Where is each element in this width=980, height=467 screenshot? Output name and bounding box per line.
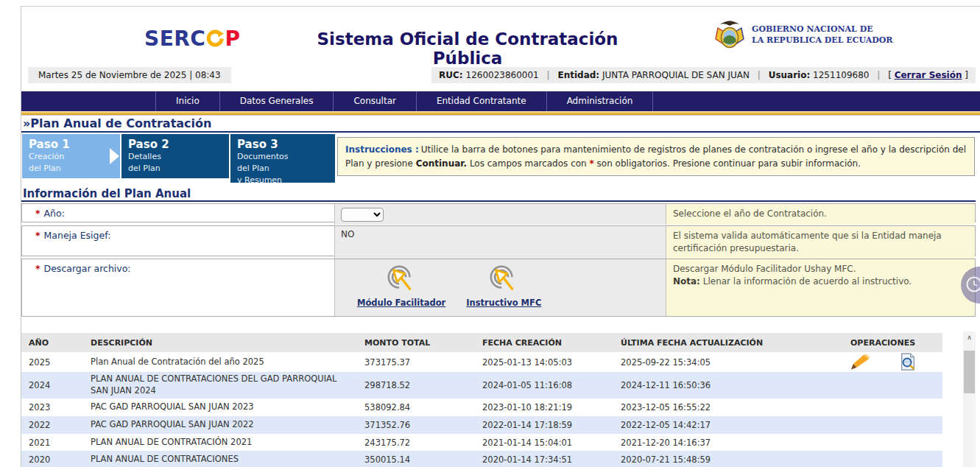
logout-link[interactable]: Cerrar Sesión — [895, 70, 962, 80]
step-1-creacion[interactable]: Paso 1 Creación del Plan — [22, 134, 120, 178]
nav-gold-accent — [21, 111, 980, 115]
esigef-label: Maneja Esigef: — [44, 230, 111, 241]
anio-select[interactable] — [341, 208, 384, 222]
step-3-line3: y Resumen — [237, 175, 328, 186]
entidad-value: JUNTA PARROQUIAL DE SAN JUAN — [602, 70, 750, 80]
bracket-close: ] — [965, 70, 968, 80]
col-descripcion: DESCRIPCIÓN — [83, 338, 357, 348]
anio-help: Seleccione el año de Contratación. — [666, 204, 975, 225]
separator: | — [547, 70, 550, 80]
entidad-label: Entidad: — [557, 70, 599, 80]
cell-anio: 2020 — [21, 454, 83, 465]
anio-label: Año: — [44, 208, 65, 219]
cell-anio: 2022 — [21, 420, 83, 430]
required-asterisk: * — [35, 208, 40, 219]
click-download-icon — [487, 264, 520, 295]
bracket-open: [ — [888, 70, 892, 80]
table-row: 2022 PAC GAD PARROQUIAL SAN JUAN 2022 37… — [21, 416, 942, 434]
cell-monto: 298718.52 — [357, 380, 475, 390]
nav-item-consultar[interactable]: Consultar — [333, 91, 416, 111]
step-3-line1: Documentos — [237, 151, 328, 163]
date-display: Martes 25 de Noviembre de 2025 | 08:43 — [28, 67, 231, 83]
cell-creacion: 2023-01-10 18:21:19 — [475, 402, 613, 412]
separator: | — [877, 70, 880, 80]
cell-anio: 2024 — [21, 380, 83, 390]
sercop-logo: SERCP — [144, 27, 240, 51]
gov-line2: LA REPUBLICA DEL ECUADOR — [752, 35, 892, 46]
usuario-label: Usuario: — [769, 70, 811, 80]
step-3-title: Paso 3 — [237, 138, 328, 151]
anio-value-cell — [334, 204, 666, 225]
cell-creacion: 2022-01-14 17:18:59 — [475, 420, 613, 430]
cell-descripcion: PAC GAD PARROQUIAL SAN JUAN 2023 — [83, 401, 357, 413]
session-info: RUC: 1260023860001 | Entidad: JUNTA PARR… — [431, 67, 976, 83]
col-monto-total: MONTO TOTAL — [357, 338, 475, 348]
required-asterisk: * — [35, 230, 40, 241]
descargar-label: Descargar archivo: — [44, 263, 131, 274]
click-download-icon — [385, 264, 417, 295]
instructions-text2: Los campos marcados con — [467, 158, 589, 169]
gov-logo: GOBIERNO NACIONAL DE LA REPUBLICA DEL EC… — [714, 16, 892, 53]
nav-item-inicio[interactable]: Inicio — [155, 91, 219, 111]
esigef-value: NO — [334, 226, 666, 259]
cell-actualizacion: 2023-12-05 16:55:22 — [613, 402, 843, 412]
form-section-title: Información del Plan Anual — [23, 187, 191, 200]
sercop-o-swirl-icon — [206, 29, 224, 47]
nav-item-datos-generales[interactable]: Datos Generales — [219, 91, 334, 111]
modulo-facilitador-download[interactable]: Módulo Facilitador — [357, 264, 445, 308]
cell-creacion: 2024-01-05 11:16:08 — [475, 380, 613, 390]
gov-line1: GOBIERNO NACIONAL DE — [752, 24, 892, 35]
col-operaciones: OPERACIONES — [843, 338, 942, 348]
step-3-line2: del Plan — [237, 163, 328, 175]
cell-descripcion: Plan Anual de Contratación del año 2025 — [83, 357, 357, 368]
table-row: 2021 PLAN ANUAL DE CONTRATACIÓN 2021 243… — [21, 434, 942, 451]
separator: | — [758, 70, 761, 80]
cell-actualizacion: 2022-12-05 14:42:17 — [613, 420, 843, 430]
instructions-box: Instrucciones :Utilice la barra de boton… — [337, 137, 975, 176]
gov-text: GOBIERNO NACIONAL DE LA REPUBLICA DEL EC… — [752, 24, 892, 46]
cell-monto: 350015.14 — [357, 454, 475, 465]
cell-monto: 538092.84 — [357, 402, 475, 412]
esigef-label-cell: *Maneja Esigef: — [22, 226, 334, 259]
descargar-help-line1: Descargar Módulo Facilitador Ushay MFC. — [673, 263, 968, 275]
cell-anio: 2023 — [21, 402, 83, 412]
instructions-text3: son obligatorios. Presione continuar par… — [594, 158, 861, 169]
scrollbar-up-arrow-icon[interactable]: ∧ — [963, 331, 976, 343]
cell-actualizacion: 2020-07-21 15:48:59 — [613, 454, 843, 465]
ecuador-crest-icon — [714, 16, 745, 53]
frame-border-top — [21, 6, 980, 7]
form-section-rule — [21, 200, 976, 202]
step-1-line1: Creación — [29, 151, 113, 163]
step-3-documentos[interactable]: Paso 3 Documentos del Plan y Resumen — [230, 134, 335, 183]
descargar-label-cell: *Descargar archivo: — [22, 259, 334, 316]
cell-descripcion: PLAN ANUAL DE CONTRATACIÓN 2021 — [83, 437, 357, 449]
instructivo-mfc-download[interactable]: Instructivo MFC — [466, 264, 541, 308]
view-document-icon[interactable] — [900, 353, 916, 372]
modulo-facilitador-link[interactable]: Módulo Facilitador — [357, 298, 445, 308]
anio-label-cell: *Año: — [22, 204, 334, 225]
edit-pencil-icon[interactable] — [850, 354, 870, 371]
usuario-value: 1251109680 — [813, 70, 869, 80]
col-fecha-creacion: FECHA CREACIÓN — [475, 338, 613, 348]
cell-actualizacion: 2024-12-11 16:50:36 — [613, 380, 843, 390]
table-scrollbar[interactable]: ∧ — [963, 331, 976, 467]
cell-anio: 2021 — [21, 438, 83, 448]
descargar-value-cell: Módulo Facilitador Instructivo MFC — [334, 259, 666, 316]
app-root: SERCP Sistema Oficial de Contratación Pú… — [0, 0, 980, 467]
cell-descripcion: PAC GAD PARROQUIAL SAN JUAN 2022 — [83, 419, 357, 431]
step-2-line1: Detalles — [128, 151, 222, 163]
table-header: AÑO DESCRIPCIÓN MONTO TOTAL FECHA CREACI… — [21, 333, 942, 352]
nav-item-entidad-contratante[interactable]: Entidad Contratante — [416, 91, 546, 111]
cell-operaciones — [843, 353, 942, 372]
step-2-detalles[interactable]: Paso 2 Detalles del Plan — [121, 134, 229, 178]
scrollbar-thumb[interactable] — [964, 351, 975, 393]
esigef-help: El sistema valida automáticamente que si… — [666, 226, 975, 259]
nav-item-administracion[interactable]: Administración — [546, 91, 654, 111]
ruc-value: 1260023860001 — [466, 70, 539, 80]
table-row: 2020 PLAN ANUAL DE CONTRATACIONES 350015… — [21, 451, 942, 467]
form-row-descargar: *Descargar archivo: Módulo Facilitador — [21, 259, 976, 317]
instructions-bold-continuar: Continuar. — [416, 158, 467, 169]
form-row-anio: *Año: Seleccione el año de Contratación. — [21, 203, 976, 222]
col-ultima-actualizacion: ÚLTIMA FECHA ACTUALIZACIÓN — [613, 338, 843, 348]
instructivo-mfc-link[interactable]: Instructivo MFC — [466, 298, 541, 308]
